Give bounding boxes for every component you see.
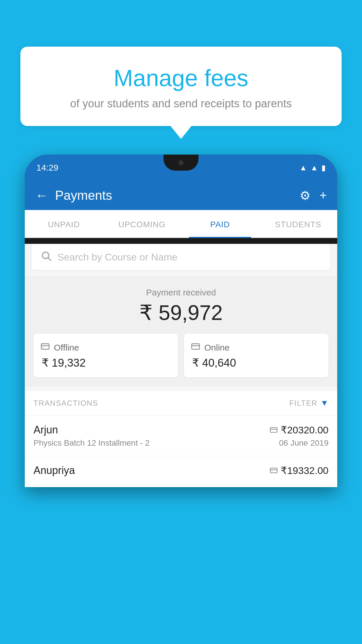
settings-icon[interactable]: ⚙ <box>300 188 311 203</box>
search-bar[interactable]: Search by Course or Name <box>32 244 330 270</box>
svg-rect-9 <box>270 468 277 473</box>
back-button[interactable]: ← <box>35 188 48 203</box>
svg-line-1 <box>48 258 51 260</box>
offline-amount: ₹ 19,332 <box>41 356 171 369</box>
filter-label: FILTER <box>289 399 318 408</box>
status-time: 14:29 <box>36 163 58 173</box>
status-bar: 14:29 ▲ ▲ ▮ <box>25 155 337 181</box>
camera-dot <box>178 160 184 165</box>
tab-upcoming[interactable]: UPCOMING <box>103 210 181 237</box>
offline-card-header: Offline <box>41 342 171 354</box>
date-info-arjun: 06 June 2019 <box>279 438 328 448</box>
signal-icon: ▲ <box>310 163 318 172</box>
transactions-header: TRANSACTIONS FILTER ▼ <box>25 391 337 415</box>
transaction-row-anupriya: Anupriya ₹19332.00 <box>34 464 328 477</box>
transaction-item-arjun[interactable]: Arjun ₹20320.00 Physics Batch 12 Install… <box>25 415 337 456</box>
status-icons: ▲ ▲ ▮ <box>300 163 326 172</box>
battery-icon: ▮ <box>321 163 326 172</box>
course-info-arjun: Physics Batch 12 Installment - 2 <box>34 438 150 448</box>
offline-card: Offline ₹ 19,332 <box>34 334 178 377</box>
phone-frame: 14:29 ▲ ▲ ▮ ← Payments ⚙ + UNPAID UPCOMI… <box>25 155 337 487</box>
speech-bubble-wrapper: Manage fees of your students and send re… <box>20 47 342 139</box>
svg-rect-5 <box>192 344 200 349</box>
svg-rect-7 <box>270 428 277 432</box>
online-card: Online ₹ 40,640 <box>184 334 328 377</box>
wifi-icon: ▲ <box>300 163 307 172</box>
payment-received-label: Payment received <box>34 288 328 298</box>
app-header: ← Payments ⚙ + <box>25 181 337 210</box>
online-card-header: Online <box>191 342 321 354</box>
student-name-anupriya: Anupriya <box>34 464 75 477</box>
header-title: Payments <box>55 188 293 203</box>
app-content: Search by Course or Name Payment receive… <box>25 244 337 487</box>
offline-label: Offline <box>54 343 79 353</box>
transactions-label: TRANSACTIONS <box>34 399 98 408</box>
payment-total-amount: ₹ 59,972 <box>34 300 328 325</box>
payment-summary: Payment received ₹ 59,972 <box>25 276 337 386</box>
transaction-row-arjun: Arjun ₹20320.00 <box>34 424 328 436</box>
filter-icon: ▼ <box>320 398 328 408</box>
bubble-subtitle: of your students and send receipts to pa… <box>44 97 318 110</box>
speech-bubble: Manage fees of your students and send re… <box>20 47 342 126</box>
add-icon[interactable]: + <box>319 188 327 202</box>
offline-payment-icon <box>270 466 278 475</box>
svg-rect-2 <box>41 344 49 349</box>
online-amount: ₹ 40,640 <box>191 356 321 369</box>
student-name-arjun: Arjun <box>34 424 58 436</box>
payment-cards: Offline ₹ 19,332 <box>34 334 328 377</box>
tab-unpaid[interactable]: UNPAID <box>25 210 103 237</box>
header-icons: ⚙ + <box>300 188 327 203</box>
speech-bubble-pointer <box>171 126 191 139</box>
filter-row[interactable]: FILTER ▼ <box>289 398 328 408</box>
notch <box>164 155 198 171</box>
online-icon <box>191 342 200 354</box>
search-icon <box>41 250 52 264</box>
search-placeholder-text: Search by Course or Name <box>57 251 178 263</box>
offline-icon <box>41 342 50 354</box>
transaction-item-anupriya[interactable]: Anupriya ₹19332.00 <box>25 456 337 487</box>
online-payment-icon <box>270 426 278 434</box>
transaction-amount-anupriya: ₹19332.00 <box>270 465 328 476</box>
tab-students[interactable]: STUDENTS <box>259 210 337 237</box>
tabs-bar: UNPAID UPCOMING PAID STUDENTS <box>25 210 337 238</box>
transaction-amount-arjun: ₹20320.00 <box>270 424 328 436</box>
tab-paid[interactable]: PAID <box>181 210 259 237</box>
phone-wrapper: 14:29 ▲ ▲ ▮ ← Payments ⚙ + UNPAID UPCOMI… <box>25 155 337 644</box>
bubble-title: Manage fees <box>44 64 318 92</box>
online-label: Online <box>204 343 230 353</box>
transaction-sub-arjun: Physics Batch 12 Installment - 2 06 June… <box>34 438 328 448</box>
